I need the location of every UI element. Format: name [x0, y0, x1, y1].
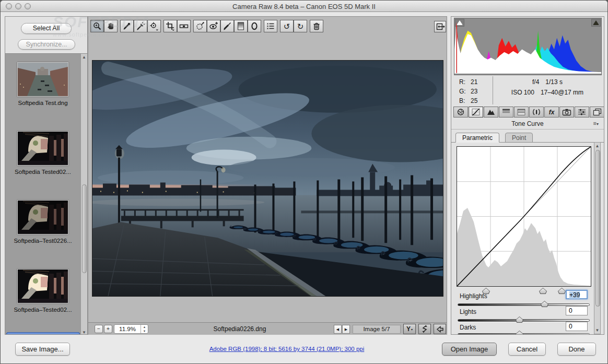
hand-tool[interactable] — [104, 20, 118, 32]
zoom-in-button[interactable]: + — [104, 325, 112, 333]
next-image-button[interactable]: ▶ — [342, 325, 350, 334]
tab-point[interactable]: Point — [505, 133, 533, 143]
scroll-up-icon[interactable]: ▲ — [594, 143, 600, 149]
spot-removal-tool[interactable] — [193, 20, 207, 32]
zoom-out-button[interactable]: − — [95, 325, 103, 333]
delete-tool[interactable] — [310, 20, 323, 32]
cancel-button[interactable]: Cancel — [508, 343, 546, 356]
split-toning-panel-icon[interactable] — [514, 107, 529, 118]
darks-value-field[interactable]: 0 — [566, 322, 588, 331]
lights-slider-handle[interactable] — [516, 316, 523, 323]
filmstrip: Softpedia Test.dng Softpedia Tested02...… — [5, 53, 87, 335]
title-bar: Camera Raw 8.4 beta – Canon EOS 5D Mark … — [1, 1, 607, 12]
detail-panel-icon[interactable] — [484, 107, 498, 118]
graduated-filter-tool[interactable] — [234, 20, 248, 32]
darks-slider-track[interactable] — [458, 333, 590, 335]
selected-thumbnail-partial[interactable] — [6, 332, 80, 335]
thumbnail-item[interactable]: Softpedia Test.dng — [5, 54, 80, 123]
aperture: f/4 — [532, 78, 539, 86]
zoom-level-value: 11.9% — [114, 326, 141, 332]
select-all-button[interactable]: Select All — [21, 23, 72, 34]
workflow-options-link[interactable]: Adobe RGB (1998); 8 bit; 5616 by 3744 (2… — [177, 346, 396, 352]
scroll-up-icon[interactable]: ▲ — [81, 54, 87, 61]
before-after-view-button[interactable]: Y▾ — [403, 324, 416, 334]
done-button[interactable]: Done — [557, 343, 596, 356]
synchronize-button[interactable]: Synchronize... — [18, 39, 75, 50]
previous-image-button[interactable]: ◀ — [334, 325, 342, 334]
presets-panel-icon[interactable] — [575, 107, 589, 118]
basic-panel-icon[interactable] — [453, 107, 468, 118]
panel-menu-icon[interactable]: ≡▾ — [593, 120, 599, 126]
open-image-button[interactable]: Open Image — [442, 343, 497, 356]
adjustment-brush-tool[interactable] — [220, 20, 234, 32]
rotate-left-tool[interactable]: ↺ — [280, 20, 294, 32]
b-value: 25 — [471, 97, 477, 104]
lights-value-field[interactable]: 0 — [566, 306, 588, 315]
window-title: Camera Raw 8.4 beta – Canon EOS 5D Mark … — [1, 3, 607, 10]
thumbnail-image[interactable] — [17, 269, 68, 303]
lens-corrections-panel-icon[interactable] — [529, 107, 544, 118]
current-filename: Softpedia0226.dng — [151, 325, 329, 333]
tone-curve-editor[interactable] — [457, 146, 591, 287]
highlights-slider-handle[interactable] — [541, 301, 548, 307]
effects-panel-icon[interactable]: fx — [544, 107, 559, 118]
snapshots-panel-icon[interactable] — [590, 107, 604, 118]
lens: 17–40@17 mm — [541, 89, 583, 96]
tone-curve-panel-icon[interactable] — [469, 107, 483, 118]
zoom-tool[interactable] — [90, 20, 104, 32]
thumbnail-image[interactable] — [17, 62, 68, 97]
filmstrip-scrollbar[interactable]: ▲ ▼ — [80, 54, 87, 335]
histogram-plot — [454, 18, 601, 75]
shutter: 1/13 s — [545, 78, 563, 86]
toggle-fullscreen-button[interactable] — [434, 21, 446, 32]
preview-canvas[interactable] — [92, 60, 443, 297]
highlights-split-handle[interactable] — [558, 288, 566, 294]
rotate-right-tool[interactable]: ↻ — [294, 20, 307, 32]
image-position-indicator: Image 5/7 — [353, 325, 401, 334]
preferences-tool[interactable] — [264, 20, 277, 32]
crop-tool[interactable] — [163, 20, 177, 32]
targeted-adjustment-tool[interactable] — [147, 20, 161, 32]
camera-calibration-panel-icon[interactable] — [559, 107, 574, 118]
color-sampler-tool[interactable] — [134, 20, 147, 32]
thumbnail-item[interactable]: Softpedia–Test0226... — [5, 192, 80, 261]
swap-before-after-button[interactable] — [418, 324, 431, 334]
save-image-button[interactable]: Save Image... — [15, 343, 70, 356]
thumbnail-image[interactable] — [17, 131, 68, 166]
r-value: 21 — [471, 78, 477, 86]
copy-settings-button[interactable] — [434, 324, 446, 334]
thumbnail-label: Softpedia Tested02... — [5, 169, 80, 175]
thumbnail-label: Softpedia–Test0226... — [5, 238, 80, 244]
thumbnail-image[interactable] — [17, 200, 68, 234]
darks-slider-handle[interactable] — [516, 331, 523, 335]
thumbnail-label: Softpedia Test.dng — [5, 100, 80, 106]
thumbnail-item[interactable]: Softpedia Tested02... — [5, 123, 80, 192]
zoom-level-select[interactable]: 11.9% ▲▼ — [114, 324, 148, 334]
scroll-down-icon[interactable]: ▼ — [81, 329, 87, 335]
hsl-grayscale-panel-icon[interactable] — [499, 107, 513, 118]
panel-scrollbar[interactable]: ▲ ▼ — [594, 142, 601, 334]
scrollbar-thumb[interactable] — [595, 150, 600, 307]
highlights-slider-label: Highlights — [460, 292, 487, 300]
scrollbar-thumb[interactable] — [82, 184, 87, 273]
highlights-value-field[interactable]: +39 — [566, 290, 588, 299]
midtones-split-handle[interactable] — [539, 288, 547, 294]
tab-parametric[interactable]: Parametric — [455, 133, 499, 143]
dialog-footer: Save Image... Adobe RGB (1998); 8 bit; 5… — [1, 335, 607, 364]
radial-filter-tool[interactable] — [248, 20, 261, 32]
camera-raw-window: Camera Raw 8.4 beta – Canon EOS 5D Mark … — [0, 0, 608, 364]
histogram — [454, 18, 602, 75]
exposure-info: R:21 G:23 B:25 f/41/13 s ISO 10017–40@17… — [454, 76, 602, 105]
filmstrip-sidebar: Select All Synchronize... Softp — [5, 16, 88, 335]
lights-slider-label: Lights — [460, 308, 476, 315]
white-balance-tool[interactable] — [120, 20, 134, 32]
zoom-stepper[interactable]: ▲▼ — [141, 325, 148, 333]
darks-slider-label: Darks — [460, 324, 476, 331]
scroll-down-icon[interactable]: ▼ — [594, 327, 600, 334]
red-eye-removal-tool[interactable] — [207, 20, 220, 32]
g-value: 23 — [471, 88, 477, 95]
preview-status-bar: − + 11.9% ▲▼ Softpedia0226.dng ◀ ▶ Image… — [88, 322, 447, 335]
thumbnail-item[interactable]: Softpedia–Tested02... — [5, 261, 80, 330]
straighten-tool[interactable] — [177, 20, 191, 32]
rgb-readout: R:21 G:23 B:25 — [459, 78, 492, 107]
